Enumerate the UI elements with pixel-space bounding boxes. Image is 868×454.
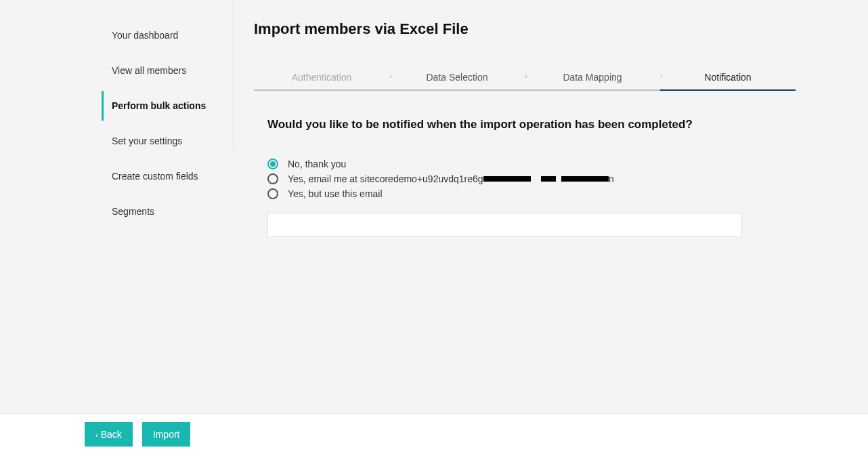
sidebar-item-dashboard[interactable]: Your dashboard: [105, 20, 233, 50]
radio-icon: [267, 173, 278, 184]
sidebar-item-view-members[interactable]: View all members: [105, 56, 233, 85]
sidebar-item-segments[interactable]: Segments: [105, 197, 233, 226]
chevron-left-icon: ‹: [95, 431, 98, 439]
page-title: Import members via Excel File: [254, 20, 848, 38]
footer-bar: ‹Back Import: [0, 413, 868, 454]
wizard-step-data-mapping[interactable]: Data Mapping ›: [525, 65, 660, 91]
wizard-step-label: Data Selection: [426, 72, 487, 83]
wizard-step-authentication[interactable]: Authentication ›: [254, 65, 389, 91]
wizard-step-data-selection[interactable]: Data Selection ›: [389, 65, 525, 91]
sidebar-item-bulk-actions[interactable]: Perform bulk actions: [102, 91, 233, 121]
back-button[interactable]: ‹Back: [85, 422, 133, 447]
main-content: Import members via Excel File Authentica…: [234, 0, 868, 413]
back-button-label: Back: [101, 429, 122, 440]
wizard-step-label: Authentication: [292, 72, 352, 83]
wizard-steps: Authentication › Data Selection › Data M…: [254, 65, 796, 91]
sidebar: Your dashboard View all members Perform …: [0, 0, 234, 149]
radio-label: Yes, but use this email: [288, 188, 383, 199]
wizard-step-label: Notification: [704, 72, 751, 83]
radio-option-yes-default-email[interactable]: Yes, email me at sitecoredemo+u92uvdq1re…: [267, 173, 848, 184]
radio-icon: [267, 188, 278, 199]
notification-question: Would you like to be notified when the i…: [267, 118, 848, 131]
notification-radio-group: No, thank you Yes, email me at sitecored…: [267, 159, 848, 199]
radio-option-no[interactable]: No, thank you: [267, 159, 848, 169]
import-button-label: Import: [153, 429, 180, 440]
wizard-step-label: Data Mapping: [563, 72, 622, 83]
radio-icon: [267, 159, 278, 169]
wizard-step-notification[interactable]: Notification: [660, 65, 796, 91]
custom-email-input[interactable]: [267, 213, 741, 237]
radio-option-yes-custom-email[interactable]: Yes, but use this email: [267, 188, 848, 199]
import-button[interactable]: Import: [142, 422, 191, 447]
sidebar-item-custom-fields[interactable]: Create custom fields: [105, 161, 233, 191]
radio-label: Yes, email me at sitecoredemo+u92uvdq1re…: [288, 173, 614, 184]
sidebar-item-settings[interactable]: Set your settings: [105, 126, 233, 156]
radio-label: No, thank you: [288, 159, 346, 169]
